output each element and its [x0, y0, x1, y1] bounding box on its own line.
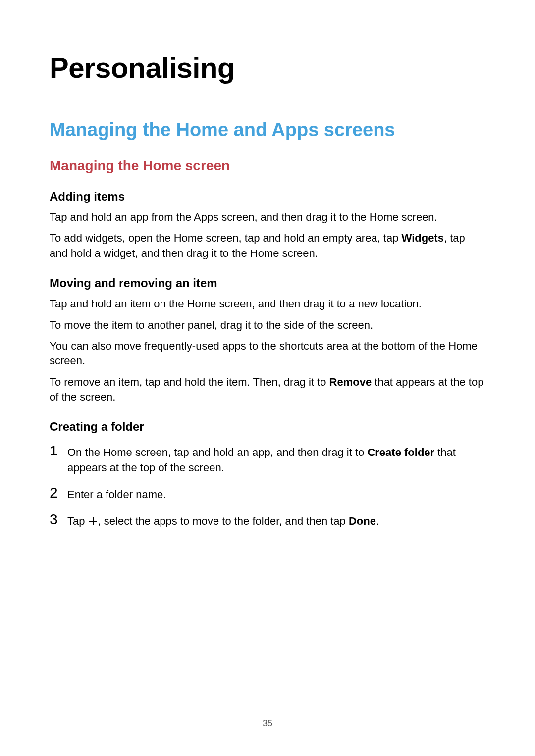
- topic-heading-creating-folder: Creating a folder: [50, 419, 485, 434]
- page-number: 35: [0, 718, 535, 729]
- subsection-heading-h3: Managing the Home screen: [50, 157, 485, 174]
- body-text: To remove an item, tap and hold the item…: [50, 375, 485, 405]
- step-number: 3: [50, 512, 64, 527]
- text-fragment: .: [376, 515, 379, 527]
- text-fragment: , select the apps to move to the folder,…: [98, 515, 349, 527]
- bold-widgets: Widgets: [402, 232, 444, 244]
- text-fragment: On the Home screen, tap and hold an app,…: [67, 446, 367, 458]
- step-number: 2: [50, 485, 64, 500]
- manual-page: Personalising Managing the Home and Apps…: [0, 0, 535, 756]
- page-title-h1: Personalising: [50, 52, 485, 84]
- topic-heading-adding-items: Adding items: [50, 189, 485, 204]
- step-number: 1: [50, 443, 64, 458]
- step-body: Tap , select the apps to move to the fol…: [67, 512, 379, 529]
- bold-done: Done: [349, 515, 376, 527]
- step-item: 2 Enter a folder name.: [50, 485, 485, 502]
- step-item: 3 Tap , select the apps to move to the f…: [50, 512, 485, 529]
- body-text: Tap and hold an item on the Home screen,…: [50, 297, 485, 311]
- bold-remove: Remove: [329, 376, 372, 388]
- bold-create-folder: Create folder: [367, 446, 434, 458]
- step-body: Enter a folder name.: [67, 485, 166, 502]
- plus-icon: [88, 515, 98, 530]
- text-fragment: Tap: [67, 515, 88, 527]
- text-fragment: To add widgets, open the Home screen, ta…: [50, 232, 402, 244]
- body-text: To move the item to another panel, drag …: [50, 318, 485, 333]
- section-heading-h2: Managing the Home and Apps screens: [50, 119, 485, 141]
- body-text: To add widgets, open the Home screen, ta…: [50, 231, 485, 261]
- topic-heading-moving-removing: Moving and removing an item: [50, 276, 485, 291]
- step-body: On the Home screen, tap and hold an app,…: [67, 443, 485, 475]
- step-item: 1 On the Home screen, tap and hold an ap…: [50, 443, 485, 475]
- body-text: Tap and hold an app from the Apps screen…: [50, 210, 485, 225]
- text-fragment: To remove an item, tap and hold the item…: [50, 376, 329, 388]
- body-text: You can also move frequently-used apps t…: [50, 339, 485, 369]
